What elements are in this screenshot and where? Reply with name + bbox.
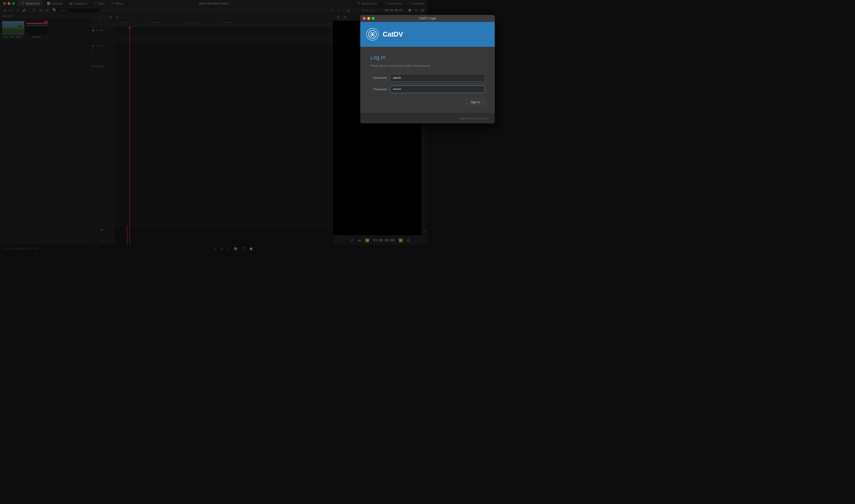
catdv-film-icon bbox=[368, 30, 377, 39]
catdv-modal-title: CatDV: Login bbox=[419, 17, 428, 20]
catdv-header: CatDV bbox=[360, 22, 428, 47]
catdv-body: Log In Please log in to search your CatD… bbox=[360, 47, 428, 113]
catdv-password-row: Password bbox=[370, 86, 428, 93]
catdv-traffic-lights bbox=[363, 17, 375, 20]
catdv-login-modal: CatDV: Login CatDV Log In Please log in … bbox=[360, 15, 428, 123]
catdv-footer: CatDV Server 10.6.6-26737 bbox=[360, 113, 428, 123]
catdv-password-input[interactable] bbox=[390, 86, 428, 93]
catdv-close-btn[interactable] bbox=[363, 17, 366, 20]
catdv-login-subtitle: Please log in to search your CatDV Serve… bbox=[370, 64, 428, 67]
catdv-minimize-btn[interactable] bbox=[367, 17, 370, 20]
catdv-maximize-btn[interactable] bbox=[372, 17, 375, 20]
catdv-username-label: Username bbox=[370, 76, 390, 79]
catdv-login-title: Log In bbox=[370, 54, 428, 61]
catdv-logo-icon bbox=[366, 28, 379, 40]
catdv-logo-text: CatDV bbox=[383, 30, 403, 38]
catdv-username-row: Username bbox=[370, 74, 428, 82]
catdv-password-label: Password bbox=[370, 88, 390, 91]
catdv-username-input[interactable] bbox=[390, 74, 428, 82]
modal-overlay: CatDV: Login CatDV Log In Please log in … bbox=[0, 0, 428, 252]
catdv-modal-titlebar: CatDV: Login bbox=[360, 15, 428, 22]
catdv-form-actions: Sign In bbox=[370, 99, 428, 106]
svg-point-5 bbox=[372, 34, 373, 35]
